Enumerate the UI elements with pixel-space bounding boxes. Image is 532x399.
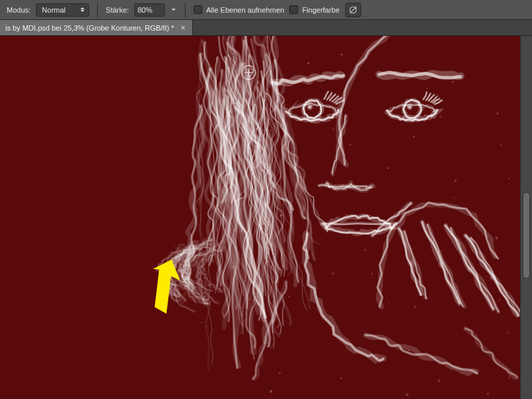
finger-paint-checkbox[interactable]: Fingerfarbe <box>289 5 339 14</box>
separator <box>97 3 98 17</box>
scrollbar-thumb[interactable] <box>523 192 530 279</box>
document-tab[interactable]: is by MDI.psd bei 25,3% (Grobe Konturen,… <box>0 20 193 35</box>
options-bar: Modus: Normal Stärke: Alle Ebenen aufneh… <box>0 0 532 20</box>
chevron-down-icon <box>172 9 176 11</box>
checkbox-box-icon <box>289 5 298 14</box>
close-icon[interactable]: × <box>180 23 187 33</box>
tablet-pressure-icon <box>348 5 358 15</box>
stepper-arrows-icon <box>80 7 84 12</box>
tablet-pressure-button[interactable] <box>345 3 361 17</box>
document-tab-title: is by MDI.psd bei 25,3% (Grobe Konturen,… <box>5 24 174 32</box>
canvas-viewport[interactable] <box>0 36 520 399</box>
strength-label: Stärke: <box>106 6 129 14</box>
sample-all-layers-label: Alle Ebenen aufnehmen <box>206 6 284 14</box>
strength-input[interactable] <box>134 3 165 17</box>
mode-select[interactable]: Normal <box>36 3 89 17</box>
mode-label: Modus: <box>7 6 31 14</box>
strength-dropdown-caret[interactable] <box>170 3 177 17</box>
vertical-scrollbar[interactable] <box>520 36 532 399</box>
checkbox-box-icon <box>194 5 202 14</box>
mode-value: Normal <box>42 6 65 14</box>
separator <box>185 3 186 17</box>
document-canvas[interactable] <box>0 36 520 399</box>
sample-all-layers-checkbox[interactable]: Alle Ebenen aufnehmen <box>194 5 284 14</box>
document-tab-bar: is by MDI.psd bei 25,3% (Grobe Konturen,… <box>0 20 532 36</box>
finger-paint-label: Fingerfarbe <box>302 6 339 14</box>
